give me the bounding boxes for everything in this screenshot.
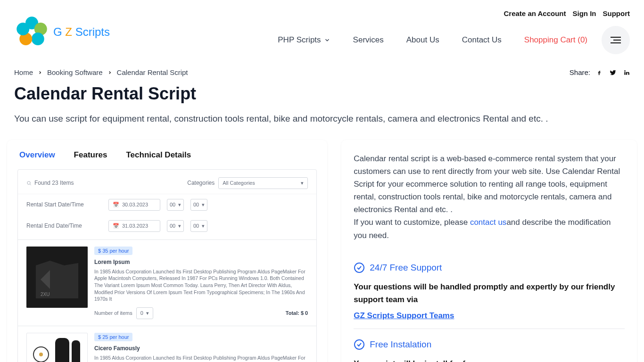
item-description: In 1985 Aldus Corporation Launched Its F… xyxy=(94,268,308,303)
end-date-label: Rental End Date/Time xyxy=(26,222,102,229)
item-description: In 1985 Aldus Corporation Launched Its F… xyxy=(94,354,308,362)
feature-install-heading: Free Instalation xyxy=(354,337,625,352)
svg-point-13 xyxy=(39,353,43,356)
chevron-right-icon xyxy=(38,70,42,75)
page-subtitle: You can use script for equipment rental,… xyxy=(14,112,630,126)
svg-rect-14 xyxy=(55,338,69,362)
customize-note: If you want to customize, please contact… xyxy=(354,216,625,241)
start-min-select[interactable]: 00 ▾ xyxy=(190,199,207,211)
chevron-down-icon xyxy=(324,37,330,43)
category-select[interactable]: All Categories ▾ xyxy=(218,177,308,189)
tab-technical[interactable]: Technical Details xyxy=(126,150,191,160)
start-date-label: Rental Start Date/Time xyxy=(26,201,102,208)
sidebar-card: Calendar rental script is a web-based e-… xyxy=(341,140,637,362)
tab-features[interactable]: Features xyxy=(74,150,107,160)
found-count: Found 23 Items xyxy=(34,180,74,186)
end-date-input[interactable]: 📅 31.03.2023 xyxy=(108,220,160,232)
calendar-icon: 📅 xyxy=(113,202,119,208)
facebook-icon[interactable] xyxy=(596,69,603,76)
chevron-right-icon xyxy=(107,70,112,75)
item-image xyxy=(26,333,88,362)
share: Share: xyxy=(570,68,630,76)
nav-shopping-cart[interactable]: Shopping Cart (0) xyxy=(524,35,587,45)
svg-point-17 xyxy=(355,340,364,349)
nav-about[interactable]: About Us xyxy=(406,35,439,45)
end-hour-select[interactable]: 00 ▾ xyxy=(167,220,184,232)
start-hour-select[interactable]: 00 ▾ xyxy=(167,199,184,211)
signin-link[interactable]: Sign In xyxy=(573,9,596,17)
top-links: Create an Account Sign In Support xyxy=(504,9,630,17)
check-circle-icon xyxy=(354,262,365,273)
svg-point-4 xyxy=(17,23,29,35)
item-image: 2XU xyxy=(26,247,88,308)
price-badge: $ 35 per hour xyxy=(94,247,132,255)
nav-services[interactable]: Services xyxy=(353,35,384,45)
main-nav: PHP Scripts Services About Us Contact Us… xyxy=(278,35,587,45)
item-total: Total: $ 0 xyxy=(286,310,308,316)
breadcrumb-home[interactable]: Home xyxy=(14,68,33,76)
nav-php-scripts[interactable]: PHP Scripts xyxy=(278,35,330,45)
price-badge: $ 25 per hour xyxy=(94,333,132,341)
start-date-input[interactable]: 📅 30.03.2023 xyxy=(108,199,160,211)
feature-support-heading: 24/7 Free Support xyxy=(354,261,625,275)
support-teams-link[interactable]: GZ Scripts Support Teams xyxy=(354,311,454,320)
breadcrumb: Home Booking Software Calendar Rental Sc… xyxy=(14,68,188,76)
item-title: Cicero Famously xyxy=(94,345,308,352)
feature-support-body: Your questions will be handled promptly … xyxy=(354,280,625,306)
search-icon xyxy=(26,181,32,186)
breadcrumb-category[interactable]: Booking Software xyxy=(47,68,103,76)
svg-line-9 xyxy=(30,184,31,185)
divider xyxy=(354,329,625,329)
item-title: Lorem Ipsum xyxy=(94,259,308,265)
list-item: 2XU $ 35 per hour Lorem Ipsum In 1985 Al… xyxy=(18,239,316,326)
end-min-select[interactable]: 00 ▾ xyxy=(190,220,207,232)
svg-point-2 xyxy=(32,33,44,45)
nav-contact[interactable]: Contact Us xyxy=(462,35,502,45)
breadcrumb-current: Calendar Rental Script xyxy=(117,68,188,76)
svg-point-8 xyxy=(27,181,30,184)
linkedin-icon[interactable] xyxy=(623,69,630,76)
hamburger-icon xyxy=(611,37,621,43)
support-link[interactable]: Support xyxy=(603,9,630,17)
feature-install-body: Your script will be install for free xyxy=(354,357,625,362)
contact-us-link[interactable]: contact us xyxy=(470,218,507,227)
twitter-icon[interactable] xyxy=(609,69,617,76)
menu-button[interactable] xyxy=(602,26,630,54)
svg-rect-15 xyxy=(72,340,80,362)
product-description: Calendar rental script is a web-based e-… xyxy=(354,152,625,216)
logo-icon xyxy=(14,14,50,49)
main-card: Overview Features Technical Details Foun… xyxy=(7,140,327,362)
svg-text:2XU: 2XU xyxy=(41,292,50,297)
create-account-link[interactable]: Create an Account xyxy=(504,9,566,17)
tabs: Overview Features Technical Details xyxy=(17,150,317,160)
preview-screenshot: Found 23 Items Categories All Categories… xyxy=(17,169,317,362)
number-of-items-label: Number of items xyxy=(94,310,132,316)
calendar-icon: 📅 xyxy=(113,223,119,229)
check-circle-icon xyxy=(354,339,365,350)
share-label: Share: xyxy=(570,68,590,76)
tab-overview[interactable]: Overview xyxy=(19,150,55,160)
page-title: Calendar Rental Script xyxy=(14,84,630,104)
list-item: $ 25 per hour Cicero Famously In 1985 Al… xyxy=(18,326,316,362)
svg-point-16 xyxy=(355,263,364,272)
category-label: Categories xyxy=(187,180,215,186)
logo-text: G Z Scripts xyxy=(53,25,110,39)
quantity-select[interactable]: 0 ▾ xyxy=(136,307,153,319)
chevron-down-icon: ▾ xyxy=(301,180,304,186)
logo[interactable]: G Z Scripts xyxy=(14,14,110,49)
